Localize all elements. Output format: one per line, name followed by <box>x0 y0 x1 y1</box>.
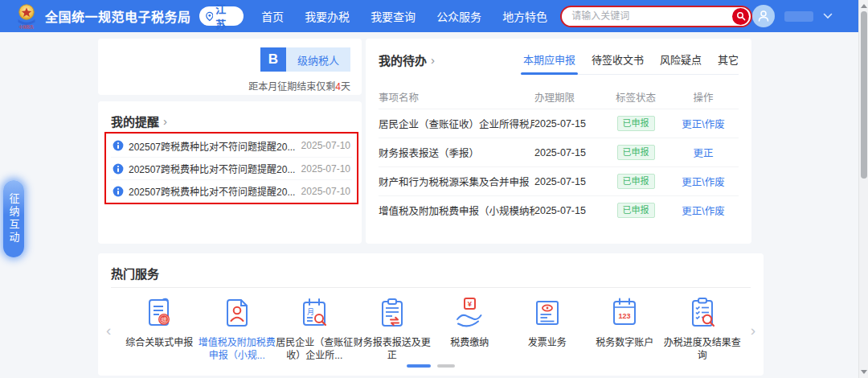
item-name: 财务报表报送（季报） <box>379 145 534 160</box>
checklist-search-icon <box>685 295 720 331</box>
service-financial-report[interactable]: 财务报表报送及更正 <box>354 295 432 362</box>
clipboard-swap-icon <box>375 295 410 331</box>
location-label: 江苏 <box>215 1 234 31</box>
taxpayer-grade-card: B 级纳税人 距本月征期结束仅剩4天 <box>98 39 362 95</box>
status-badge: 已申报 <box>617 145 655 159</box>
service-tax-payment[interactable]: ¥ 税费缴纳 <box>431 295 509 362</box>
reminders-title: 我的提醒 <box>111 113 159 129</box>
nav-item-home[interactable]: 首页 <box>261 8 284 24</box>
search-input[interactable] <box>562 10 732 22</box>
action-link[interactable]: 更正\作废 <box>682 177 724 188</box>
user-area <box>752 5 833 27</box>
tab-others[interactable]: 其它 <box>718 51 739 67</box>
status-badge: 已申报 <box>617 116 655 130</box>
divider <box>111 287 751 288</box>
top-bar: 中国税务 全国统一规范电子税务局 江苏 首页 我要办税 我要查询 公众服务 地方… <box>0 0 868 32</box>
main-nav: 首页 我要办税 我要查询 公众服务 地方特色 <box>261 8 547 24</box>
reminder-item[interactable]: 202507跨税费种比对不符问题提醒20... 2025-07-10 <box>111 157 352 179</box>
service-label: 增值税及附加税费申报（小规... <box>199 336 276 362</box>
todo-more-arrow[interactable]: › <box>431 53 435 67</box>
column-header-status: 标签状态 <box>604 89 668 105</box>
my-todo-card: 我的待办 › 本期应申报 待签收文书 风险疑点 其它 事项名称 办理期限 标签状… <box>366 39 751 244</box>
todo-title: 我的待办 <box>379 51 427 68</box>
user-avatar[interactable] <box>752 5 775 27</box>
item-deadline: 2025-07-15 <box>534 147 604 158</box>
reminder-text: 202507跨税费种比对不符问题提醒20... <box>129 184 297 198</box>
reminder-date: 2025-07-10 <box>301 140 350 151</box>
masked-username <box>784 11 813 22</box>
item-name: 增值税及附加税费申报（小规模纳税人） <box>379 203 534 218</box>
todo-table: 事项名称 办理期限 标签状态 操作 居民企业（查账征收）企业所得税月（... 2… <box>379 84 739 224</box>
svg-text:综: 综 <box>162 316 167 323</box>
service-resident-enterprise-tax[interactable]: 月 居民企业（查账征收）企业所... <box>276 295 354 362</box>
scrollbar[interactable] <box>858 0 868 378</box>
action-link[interactable]: 更正\作废 <box>682 119 724 130</box>
service-label: 税务数字账户 <box>596 336 653 349</box>
service-comprehensive-declaration[interactable]: 综 综合关联式申报 <box>121 295 199 362</box>
header-search-box <box>560 6 752 27</box>
service-label: 综合关联式申报 <box>125 336 193 349</box>
action-link[interactable]: 更正 <box>693 148 713 159</box>
status-badge: 已申报 <box>617 174 655 188</box>
doc-seal-icon: 综 <box>141 295 177 331</box>
tax-bureau-logo-icon: 中国税务 <box>14 3 39 29</box>
reminder-item[interactable]: 202507跨税费种比对不符问题提醒20... 2025-07-10 <box>111 134 352 157</box>
reminder-date: 2025-07-10 <box>301 186 350 197</box>
search-button[interactable] <box>732 8 749 25</box>
search-icon <box>736 11 746 21</box>
service-vat-declaration[interactable]: 增值税及附加税费申报（小规... <box>199 295 276 362</box>
service-invoice-business[interactable]: 发票业务 <box>509 295 587 362</box>
svg-text:中国税务: 中国税务 <box>19 24 35 29</box>
service-label: 办税进度及结果查询 <box>664 336 741 362</box>
nav-item-public-service[interactable]: 公众服务 <box>436 8 481 24</box>
tab-current-declaration[interactable]: 本期应申报 <box>523 51 575 67</box>
doc-person-icon <box>219 295 255 331</box>
reminder-item[interactable]: 202507跨税费种比对不符问题提醒20... 2025-07-10 <box>111 179 352 202</box>
info-icon <box>113 140 124 151</box>
item-deadline: 2025-07-15 <box>534 176 604 187</box>
scrollbar-thumb[interactable] <box>861 11 867 179</box>
reminder-text: 202507跨税费种比对不符问题提醒20... <box>129 162 297 175</box>
tab-risk-doubts[interactable]: 风险疑点 <box>660 51 702 67</box>
grade-letter: B <box>260 47 286 72</box>
info-icon <box>113 186 124 197</box>
calendar-search-icon: 月 <box>297 295 332 331</box>
nav-item-handle-tax[interactable]: 我要办税 <box>305 8 350 24</box>
scroll-down-arrow-icon[interactable] <box>861 370 867 374</box>
countdown-days: 4 <box>335 81 341 92</box>
item-name: 居民企业（查账征收）企业所得税月（... <box>379 116 534 131</box>
hot-services-title: 热门服务 <box>111 265 159 281</box>
column-header-name: 事项名称 <box>379 89 534 105</box>
service-tax-progress-query[interactable]: 办税进度及结果查询 <box>664 295 742 362</box>
table-row: 财产和行为税税源采集及合并申报 2025-07-15 已申报 更正\作废 <box>379 166 739 195</box>
scroll-up-arrow-icon[interactable] <box>861 4 867 8</box>
service-tax-digital-account[interactable]: 123 税务数字账户 <box>586 295 664 362</box>
svg-text:¥: ¥ <box>468 299 473 308</box>
item-deadline: 2025-07-15 <box>534 118 604 129</box>
carousel-right-arrow-icon[interactable]: › <box>751 323 755 338</box>
pagination-dot[interactable] <box>437 364 455 368</box>
location-selector[interactable]: 江苏 <box>199 6 244 26</box>
nav-item-local-features[interactable]: 地方特色 <box>502 8 547 24</box>
my-reminders-card: 我的提醒 › 202507跨税费种比对不符问题提醒20... 2025-07-1… <box>98 101 362 244</box>
location-pin-icon <box>206 11 214 22</box>
taxpayer-grade-badge[interactable]: B 级纳税人 <box>260 47 350 72</box>
service-label: 财务报表报送及更正 <box>354 336 431 362</box>
hot-services-card: 热门服务 ‹ › 综 综合关联式申报 增值税及附加税 <box>98 253 764 376</box>
reminder-date: 2025-07-10 <box>301 163 350 175</box>
reminders-more-arrow[interactable]: › <box>163 114 167 128</box>
column-header-action: 操作 <box>668 89 739 105</box>
chevron-down-icon[interactable] <box>823 13 833 19</box>
svg-text:月: 月 <box>307 308 314 316</box>
interaction-side-tab[interactable]: 征纳互动 <box>3 180 24 257</box>
invoice-eye-icon <box>530 295 565 331</box>
action-link[interactable]: 更正\作废 <box>682 206 724 217</box>
table-row: 居民企业（查账征收）企业所得税月（... 2025-07-15 已申报 更正\作… <box>379 109 739 138</box>
service-label: 发票业务 <box>528 336 567 349</box>
carousel-left-arrow-icon[interactable]: ‹ <box>106 323 111 338</box>
svg-text:123: 123 <box>619 312 631 320</box>
pagination-dot-active[interactable] <box>407 364 431 368</box>
info-icon <box>113 163 124 175</box>
tab-documents-to-sign[interactable]: 待签收文书 <box>592 51 644 67</box>
nav-item-query[interactable]: 我要查询 <box>371 8 416 24</box>
